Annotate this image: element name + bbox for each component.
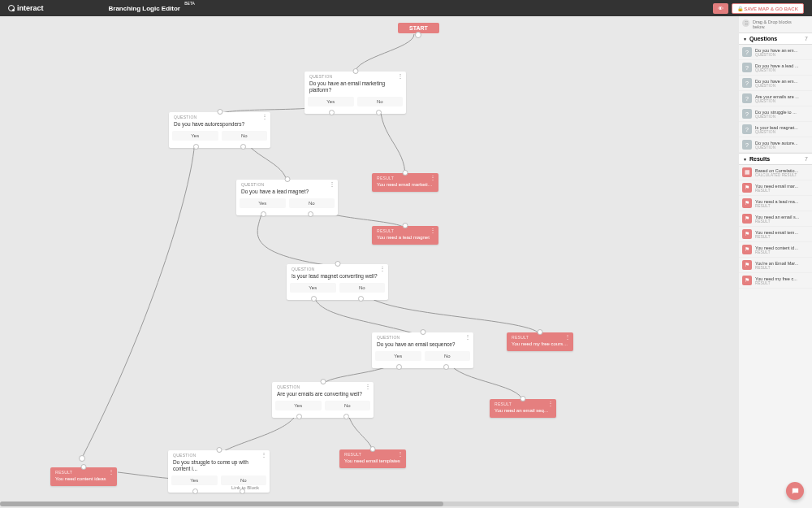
- answer-yes[interactable]: Yes: [240, 198, 286, 208]
- answer-yes[interactable]: Yes: [308, 97, 354, 106]
- sidebar-question-item[interactable]: ?Do you have an em...QUESTION: [739, 76, 812, 91]
- node-menu-icon[interactable]: ⋮: [365, 384, 371, 390]
- brand-logo[interactable]: interact: [8, 4, 44, 12]
- sidebar-result-item[interactable]: ⚑You need my free c...RESULT: [739, 273, 812, 289]
- question-node-lead-magnet[interactable]: ⋮ QUESTION Do you have a lead magnet? Ye…: [236, 180, 338, 215]
- port-out[interactable]: [240, 144, 246, 150]
- sidebar-result-item[interactable]: ⚑You need a lead ma...RESULT: [739, 196, 812, 211]
- node-menu-icon[interactable]: ⋮: [397, 73, 404, 80]
- port-out[interactable]: [358, 296, 364, 302]
- node-menu-icon[interactable]: ⋮: [430, 175, 436, 181]
- node-menu-icon[interactable]: ⋮: [430, 228, 436, 234]
- answer-no[interactable]: No: [357, 97, 404, 106]
- node-menu-icon[interactable]: ⋮: [261, 114, 268, 120]
- node-menu-icon[interactable]: ⋮: [547, 401, 554, 407]
- sidebar-result-item[interactable]: ⚑You need content id...RESULT: [739, 242, 812, 258]
- sidebar-question-item[interactable]: ?Are your emails are ...QUESTION: [739, 91, 812, 106]
- node-menu-icon[interactable]: ⋮: [464, 334, 471, 341]
- port-in[interactable]: [520, 396, 526, 402]
- sidebar-question-item[interactable]: ?Do you have autore...QUESTION: [739, 137, 812, 153]
- sidebar-question-item[interactable]: ?Do you have a lead ...QUESTION: [739, 60, 812, 76]
- start-node[interactable]: START: [398, 23, 439, 33]
- question-node-email-platform[interactable]: ⋮ QUESTION Do you have an email marketin…: [304, 72, 406, 114]
- port-out[interactable]: [308, 211, 313, 217]
- start-port[interactable]: [415, 32, 421, 38]
- port-in[interactable]: [420, 329, 425, 335]
- port-in[interactable]: [217, 109, 222, 115]
- port-in[interactable]: [352, 68, 358, 74]
- save-button[interactable]: 🔒 SAVE MAP & GO BACK: [732, 3, 804, 14]
- port-in[interactable]: [370, 446, 376, 452]
- node-menu-icon[interactable]: ⋮: [108, 469, 114, 475]
- port-out[interactable]: [311, 296, 317, 302]
- result-node-email-templates[interactable]: ⋮ RESULT You need email templates: [339, 449, 406, 468]
- sidebar-result-item[interactable]: ▦Based on Correlatio...CALCULATED RESULT: [739, 165, 812, 180]
- flow-canvas[interactable]: START ⋮ QUESTION Do you have an email ma…: [0, 16, 739, 500]
- question-node-emails-converting[interactable]: ⋮ QUESTION Are your emails are convertin…: [272, 382, 374, 418]
- port-out[interactable]: [192, 488, 198, 494]
- result-node-free-course[interactable]: ⋮ RESULT You need my free course o...: [507, 332, 573, 351]
- brand-text: interact: [17, 4, 44, 12]
- sidebar-questions-list: ?Do you have an em...QUESTION?Do you hav…: [739, 45, 812, 153]
- sidebar-question-item[interactable]: ?Is your lead magnet...QUESTION: [739, 122, 812, 137]
- port-in[interactable]: [81, 464, 87, 470]
- port-out[interactable]: [396, 364, 402, 370]
- answer-no[interactable]: No: [221, 475, 267, 485]
- sidebar-question-item[interactable]: ?Do you have an em...QUESTION: [739, 45, 812, 60]
- sidebar-question-item[interactable]: ?Do you struggle to ...QUESTION: [739, 106, 812, 122]
- result-node-content-ideas[interactable]: ⋮ RESULT You need content ideas: [50, 467, 117, 486]
- result-node-lead-magnet[interactable]: ⋮ RESULT You need a lead magnet: [372, 226, 438, 245]
- result-node-email-sequence[interactable]: ⋮ RESULT You need an email sequence: [490, 399, 556, 418]
- port-out[interactable]: [443, 364, 449, 370]
- question-node-converting[interactable]: ⋮ QUESTION Is your lead magnet convertin…: [287, 264, 388, 300]
- chat-fab[interactable]: [786, 482, 804, 500]
- node-menu-icon[interactable]: ⋮: [379, 266, 386, 272]
- port-in[interactable]: [335, 261, 340, 267]
- answer-yes[interactable]: Yes: [275, 401, 322, 410]
- result-node-email-marketing[interactable]: ⋮ RESULT You need email marketing s...: [372, 173, 438, 192]
- logo-icon: [8, 5, 15, 11]
- answer-no[interactable]: No: [325, 401, 371, 410]
- node-menu-icon[interactable]: ⋮: [564, 334, 571, 341]
- top-bar: interact Branching Logic Editor BETA 👁 🔒…: [0, 0, 812, 16]
- sidebar-result-item[interactable]: ⚑You need email mar...RESULT: [739, 180, 812, 196]
- port-out[interactable]: [343, 414, 349, 419]
- horizontal-scrollbar[interactable]: [0, 501, 739, 506]
- port-out[interactable]: [193, 144, 199, 150]
- answer-no[interactable]: No: [339, 283, 386, 293]
- port-in[interactable]: [538, 329, 543, 335]
- question-node-email-sequence[interactable]: ⋮ QUESTION Do you have an email sequence…: [372, 332, 473, 368]
- port-in[interactable]: [284, 176, 290, 182]
- answer-no[interactable]: No: [425, 351, 471, 361]
- sidebar-result-item[interactable]: ⚑You're an Email Mar...RESULT: [739, 258, 812, 273]
- result-icon: ⚑: [742, 183, 752, 193]
- answer-no[interactable]: No: [289, 198, 335, 208]
- answer-yes[interactable]: Yes: [375, 351, 421, 361]
- sidebar-result-item[interactable]: ⚑You need an email s...RESULT: [739, 211, 812, 227]
- port-out[interactable]: [261, 211, 266, 217]
- node-menu-icon[interactable]: ⋮: [329, 181, 335, 188]
- loose-port[interactable]: [79, 455, 85, 462]
- answer-yes[interactable]: Yes: [290, 283, 336, 293]
- port-in[interactable]: [403, 170, 408, 176]
- sidebar-section-questions[interactable]: ▼ Questions 7: [739, 33, 812, 45]
- question-icon: ?: [742, 63, 752, 72]
- question-icon: ?: [742, 124, 752, 134]
- port-in[interactable]: [320, 379, 326, 384]
- preview-button[interactable]: 👁: [713, 3, 728, 14]
- node-menu-icon[interactable]: ⋮: [261, 452, 267, 458]
- node-menu-icon[interactable]: ⋮: [397, 451, 404, 458]
- port-in[interactable]: [216, 447, 222, 453]
- answer-yes[interactable]: Yes: [171, 475, 218, 485]
- question-node-autoresponders[interactable]: ⋮ QUESTION Do you have autoresponders? Y…: [169, 112, 270, 148]
- port-out[interactable]: [376, 110, 382, 115]
- sidebar-result-item[interactable]: ⚑You need email tem...RESULT: [739, 227, 812, 242]
- port-in[interactable]: [403, 223, 408, 228]
- answer-no[interactable]: No: [222, 131, 268, 141]
- link-to-block-label[interactable]: Link to Block: [231, 485, 259, 490]
- sidebar-section-results[interactable]: ▼ Results 7: [739, 153, 812, 165]
- chevron-down-icon: ▼: [743, 157, 747, 162]
- port-out[interactable]: [329, 110, 335, 115]
- port-out[interactable]: [296, 414, 302, 419]
- answer-yes[interactable]: Yes: [172, 131, 218, 141]
